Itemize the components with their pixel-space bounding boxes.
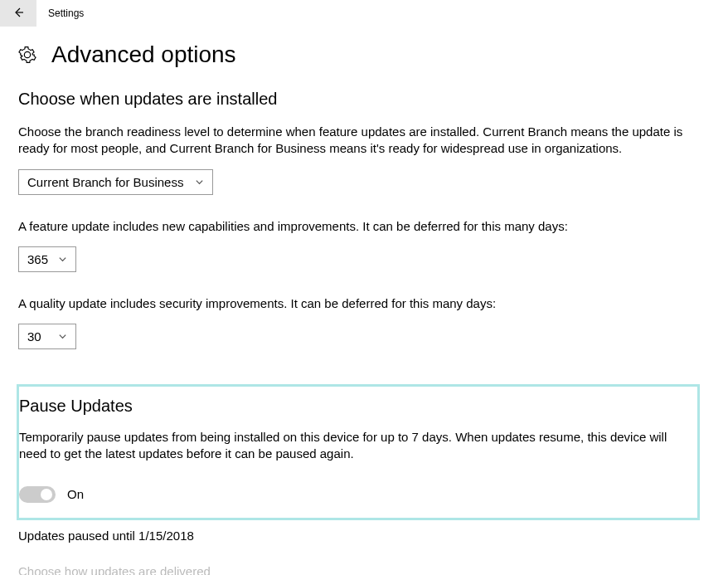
feature-defer-label: A feature update includes new capabiliti… bbox=[18, 218, 706, 235]
page-title: Advanced options bbox=[51, 41, 236, 68]
titlebar: Settings bbox=[0, 0, 728, 27]
back-arrow-icon bbox=[12, 6, 25, 22]
chevron-down-icon bbox=[58, 255, 67, 264]
branch-readiness-select[interactable]: Current Branch for Business bbox=[18, 169, 213, 195]
back-button[interactable] bbox=[0, 0, 36, 27]
toggle-knob bbox=[41, 489, 52, 500]
titlebar-label: Settings bbox=[36, 7, 84, 19]
quality-defer-select[interactable]: 30 bbox=[18, 324, 76, 349]
branch-readiness-value: Current Branch for Business bbox=[27, 175, 183, 189]
feature-defer-select[interactable]: 365 bbox=[18, 246, 76, 272]
delivery-link[interactable]: Choose how updates are delivered bbox=[18, 564, 710, 576]
pause-heading: Pause Updates bbox=[19, 397, 697, 416]
page-header: Advanced options bbox=[18, 41, 710, 68]
pause-updates-section: Pause Updates Temporarily pause updates … bbox=[17, 384, 700, 520]
section-choose-when: Choose when updates are installed Choose… bbox=[18, 90, 710, 361]
paused-until-text: Updates paused until 1/15/2018 bbox=[18, 529, 710, 543]
chevron-down-icon bbox=[195, 178, 204, 187]
branch-description: Choose the branch readiness level to det… bbox=[18, 124, 706, 158]
quality-defer-value: 30 bbox=[27, 329, 41, 344]
gear-icon bbox=[18, 46, 36, 64]
quality-defer-label: A quality update includes security impro… bbox=[18, 295, 706, 312]
chevron-down-icon bbox=[58, 332, 67, 341]
pause-toggle[interactable] bbox=[19, 486, 56, 503]
section-heading: Choose when updates are installed bbox=[18, 90, 710, 109]
pause-toggle-label: On bbox=[67, 487, 84, 501]
feature-defer-value: 365 bbox=[27, 252, 48, 266]
pause-description: Temporarily pause updates from being ins… bbox=[19, 429, 697, 463]
